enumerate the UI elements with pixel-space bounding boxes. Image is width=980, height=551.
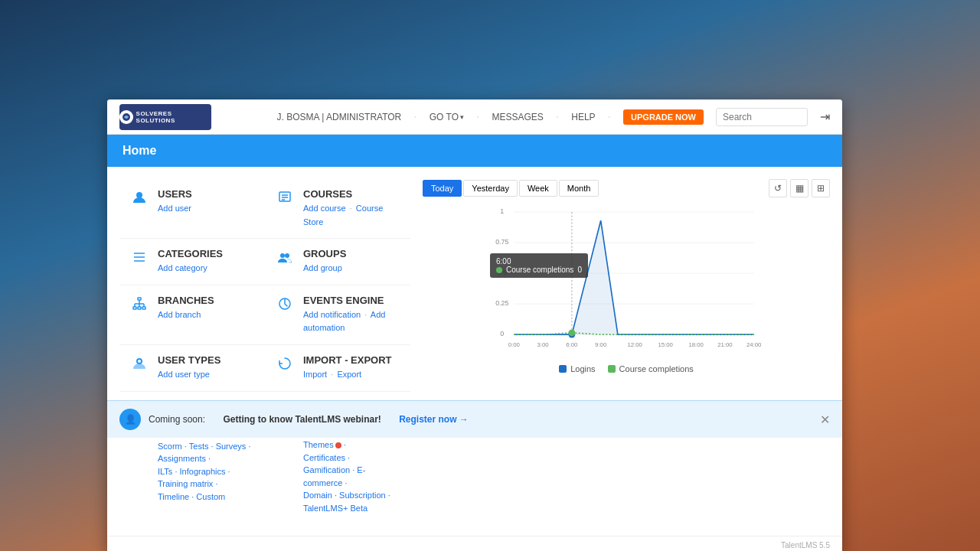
legend-logins: Logins: [559, 364, 595, 373]
legend-completions-label: Course completions: [619, 364, 694, 373]
top-bar: SOLVERES SOLUTIONS J. BOSMA | ADMINISTRA…: [107, 99, 842, 135]
chart-grid-button[interactable]: ⊞: [812, 179, 830, 197]
user-types-icon: [132, 356, 150, 375]
yesterday-button[interactable]: Yesterday: [463, 180, 518, 197]
grid-item-import-export: IMPORT - EXPORT Import · Export: [265, 345, 410, 392]
categories-links: Add category: [158, 262, 223, 276]
svg-text:9:00: 9:00: [595, 341, 607, 348]
events-links: Add notification · Add automation: [303, 308, 398, 335]
users-links: Add user: [158, 202, 192, 216]
messages-link[interactable]: MESSAGES: [492, 112, 543, 122]
svg-text:0.25: 0.25: [495, 299, 508, 307]
notif-text-before: Coming soon:: [149, 414, 205, 425]
chart-controls: Today Yesterday Week Month ↺ ▦ ⊞: [423, 179, 830, 197]
courses-title: COURSES: [303, 188, 398, 200]
grid-item-branches: BRANCHES Add branch: [119, 285, 265, 345]
themes-dot: [335, 442, 341, 448]
svg-text:0:00: 0:00: [508, 341, 521, 348]
legend-logins-dot: [559, 365, 567, 373]
today-button[interactable]: Today: [423, 180, 462, 197]
svg-text:24:00: 24:00: [746, 341, 762, 348]
logo-icon: [119, 110, 133, 124]
add-category-link[interactable]: Add category: [158, 263, 207, 272]
grid-item-courses: COURSES Add course · Course Store: [265, 179, 410, 239]
events-title: EVENTS ENGINE: [303, 295, 398, 306]
svg-text:21:00: 21:00: [717, 341, 733, 348]
courses-icon: [277, 190, 296, 209]
grid-item-categories: CATEGORIES Add category: [119, 239, 265, 285]
add-notification-link[interactable]: Add notification: [303, 310, 361, 319]
logo: SOLVERES SOLUTIONS: [119, 104, 211, 130]
legend-completions-dot: [608, 365, 616, 373]
week-button[interactable]: Week: [519, 180, 557, 197]
account-settings-links: Homepage · Users · Themes · Certificates…: [303, 426, 398, 515]
user-types-links: Add user type: [158, 368, 220, 382]
svg-text:6:00: 6:00: [566, 341, 578, 348]
svg-text:0.5: 0.5: [498, 269, 507, 276]
chart-bar-button[interactable]: ▦: [790, 179, 808, 197]
grid-item-events: EVENTS ENGINE Add notification · Add aut…: [265, 285, 410, 345]
goto-link[interactable]: GO TO ▾: [430, 112, 464, 122]
user-types-title: USER TYPES: [158, 354, 220, 366]
svg-point-1: [136, 192, 142, 198]
groups-links: Add group: [303, 262, 346, 276]
svg-point-47: [568, 329, 575, 336]
svg-text:15:00: 15:00: [658, 341, 673, 348]
svg-marker-44: [514, 220, 753, 334]
notif-register-link[interactable]: Register now →: [399, 414, 469, 425]
nav-area: J. BOSMA | ADMINISTRATOR · GO TO ▾ · MES…: [277, 108, 830, 126]
user-label: J. BOSMA | ADMINISTRATOR: [277, 112, 402, 122]
chart-icon-buttons: ↺ ▦ ⊞: [769, 179, 830, 197]
add-group-link[interactable]: Add group: [303, 263, 342, 272]
svg-rect-14: [142, 307, 145, 309]
add-user-type-link[interactable]: Add user type: [158, 370, 210, 379]
help-link[interactable]: HELP: [571, 112, 595, 122]
categories-title: CATEGORIES: [158, 248, 223, 259]
svg-rect-11: [138, 298, 141, 300]
svg-text:0.75: 0.75: [495, 238, 508, 246]
month-button[interactable]: Month: [559, 180, 599, 197]
add-course-link[interactable]: Add course: [303, 204, 346, 213]
categories-icon: [132, 249, 150, 269]
add-user-link[interactable]: Add user: [158, 204, 191, 213]
users-icon: [132, 190, 150, 209]
legend-logins-label: Logins: [570, 364, 595, 373]
svg-text:18:00: 18:00: [688, 341, 704, 348]
svg-rect-13: [138, 307, 141, 309]
groups-icon: [277, 249, 296, 269]
upgrade-button[interactable]: UPGRADE NOW: [623, 109, 704, 125]
courses-links: Add course · Course Store: [303, 202, 398, 229]
add-branch-link[interactable]: Add branch: [158, 310, 201, 319]
chart-refresh-button[interactable]: ↺: [769, 179, 787, 197]
chart-legend: Logins Course completions: [423, 364, 830, 373]
svg-point-9: [280, 253, 285, 258]
footer-bar: TalentLMS 5.5: [107, 536, 842, 551]
grid-item-groups: GROUPS Add group: [265, 239, 410, 285]
import-link[interactable]: Import: [303, 370, 327, 379]
notif-bold-text: Getting to know TalentLMS webinar!: [223, 414, 381, 425]
groups-title: GROUPS: [303, 248, 346, 259]
notification-banner: 👤 Coming soon: Getting to know TalentLMS…: [107, 400, 842, 438]
version-text: TalentLMS 5.5: [781, 541, 830, 549]
page-title: Home: [122, 144, 156, 157]
grid-items: USERS Add user COURSES: [119, 179, 410, 523]
svg-text:1: 1: [500, 207, 504, 215]
chart-svg: 1 0.75 0.5 0.25 0 0:00 3:00: [423, 204, 830, 357]
main-content: USERS Add user COURSES: [107, 167, 842, 536]
logout-icon[interactable]: ⇥: [820, 109, 830, 124]
svg-point-10: [285, 253, 289, 258]
branches-links: Add branch: [158, 308, 214, 322]
app-container: SOLVERES SOLUTIONS J. BOSMA | ADMINISTRA…: [107, 99, 842, 551]
notif-close-button[interactable]: ✕: [820, 412, 830, 427]
svg-text:0: 0: [500, 330, 504, 337]
legend-completions: Course completions: [608, 364, 694, 373]
import-export-title: IMPORT - EXPORT: [303, 354, 392, 366]
home-header: Home: [107, 135, 842, 167]
logo-area: SOLVERES SOLUTIONS: [119, 104, 211, 130]
time-buttons: Today Yesterday Week Month: [423, 180, 599, 197]
notif-avatar: 👤: [119, 409, 141, 430]
svg-rect-12: [133, 307, 136, 309]
export-link[interactable]: Export: [337, 370, 361, 379]
chart-area: 1 0.75 0.5 0.25 0 0:00 3:00: [423, 204, 830, 360]
search-input[interactable]: [716, 108, 808, 126]
